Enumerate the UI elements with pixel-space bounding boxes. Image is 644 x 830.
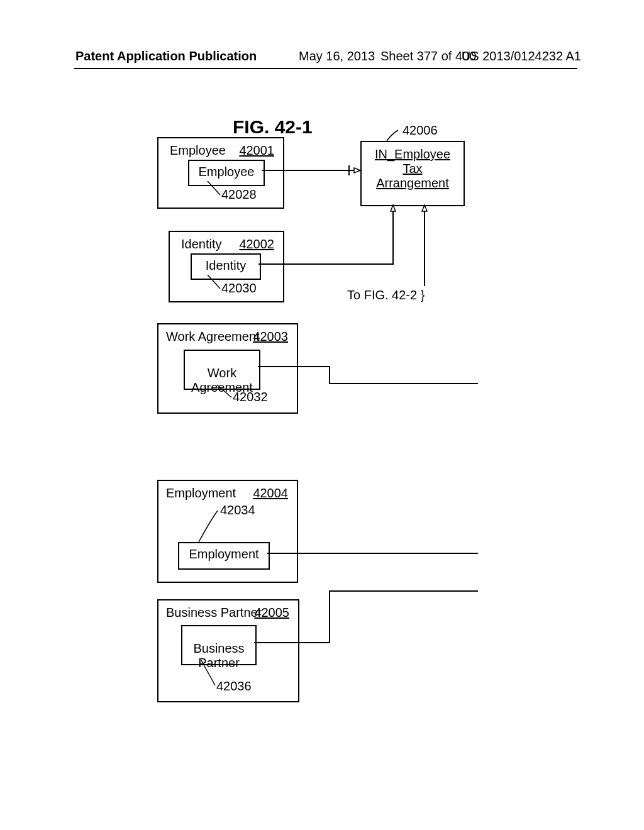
block-in-employee-tax: IN_Employee Tax Arrangement	[360, 141, 465, 206]
ref-42006: 42006	[402, 123, 438, 138]
block-identity-id: 42002	[239, 237, 274, 252]
block-employment-inner-label: Employment	[189, 547, 258, 561]
header-publication: Patent Application Publication	[75, 49, 257, 64]
block-identity-inner-label: Identity	[206, 258, 246, 272]
block-business-partner-title: Business Partner	[166, 606, 262, 620]
block-employee-id: 42001	[239, 143, 274, 158]
figure-title: FIG. 42-1	[233, 116, 313, 138]
ref-42032: 42032	[233, 390, 268, 404]
block-identity-title: Identity	[181, 237, 221, 252]
block-business-partner-id: 42005	[254, 606, 289, 620]
block-work-agreement-inner: Work Agreement	[184, 350, 260, 390]
block-work-agreement-id: 42003	[253, 329, 288, 344]
leader-42006	[387, 130, 398, 141]
block-in-employee-tax-title: IN_Employee Tax Arrangement	[362, 147, 464, 191]
block-identity-inner: Identity	[191, 253, 261, 280]
cross-ref: To FIG. 42-2 }	[347, 288, 425, 302]
connector-overlay	[0, 0, 644, 830]
block-employment-id: 42004	[253, 486, 288, 501]
block-employee-title: Employee	[170, 143, 226, 158]
block-employment-inner: Employment	[178, 542, 270, 570]
block-business-partner-inner-label: Business Partner	[193, 641, 244, 670]
ref-42036: 42036	[216, 679, 252, 694]
block-employee-inner: Employee	[188, 160, 265, 186]
block-employee-inner-label: Employee	[199, 165, 255, 179]
block-business-partner-inner: Business Partner	[181, 625, 257, 665]
header-date: May 16, 2013	[299, 49, 375, 64]
header-rule	[74, 68, 577, 69]
page: Patent Application Publication May 16, 2…	[0, 0, 644, 830]
block-work-agreement-title: Work Agreement	[166, 329, 260, 344]
block-employment-title: Employment	[166, 486, 236, 501]
ref-42034: 42034	[220, 503, 255, 517]
ref-42030: 42030	[221, 281, 257, 296]
ref-42028: 42028	[221, 187, 257, 202]
header-pubno: US 2013/0124232 A1	[462, 49, 581, 64]
